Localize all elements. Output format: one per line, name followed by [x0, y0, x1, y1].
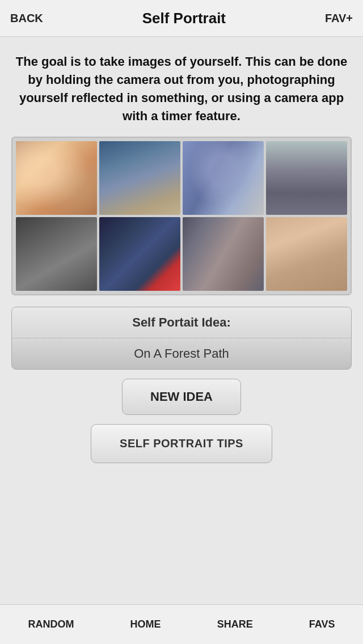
photo-cell[interactable] [183, 141, 264, 215]
footer-share[interactable]: SHARE [208, 614, 262, 635]
page-title: Self Portrait [142, 10, 226, 27]
photo-cell[interactable] [99, 217, 180, 291]
photo-cell[interactable] [16, 141, 97, 215]
photo-grid-container [11, 137, 352, 295]
photo-cell[interactable] [183, 217, 264, 291]
idea-box: Self Portait Idea: On A Forest Path [11, 307, 352, 370]
idea-value: On A Forest Path [12, 338, 351, 369]
spacer [0, 472, 363, 604]
header: BACK Self Portrait FAV+ [0, 0, 363, 37]
photo-cell[interactable] [16, 217, 97, 291]
photo-cell[interactable] [266, 141, 347, 215]
back-button[interactable]: BACK [10, 12, 43, 25]
footer-favs[interactable]: FAVS [300, 614, 344, 635]
photo-cell[interactable] [99, 141, 180, 215]
footer-nav: RANDOM HOME SHARE FAVS [0, 604, 363, 644]
footer-home[interactable]: HOME [121, 614, 170, 635]
photo-grid [16, 141, 347, 291]
tips-button[interactable]: SELF PORTRAIT TIPS [91, 424, 272, 463]
photo-cell[interactable] [266, 217, 347, 291]
footer-random[interactable]: RANDOM [19, 614, 83, 635]
new-idea-button[interactable]: NEW IDEA [122, 379, 241, 415]
idea-label: Self Portait Idea: [12, 307, 351, 338]
description-text: The goal is to take images of yourself. … [0, 37, 363, 137]
fav-plus-button[interactable]: FAV+ [325, 12, 353, 25]
